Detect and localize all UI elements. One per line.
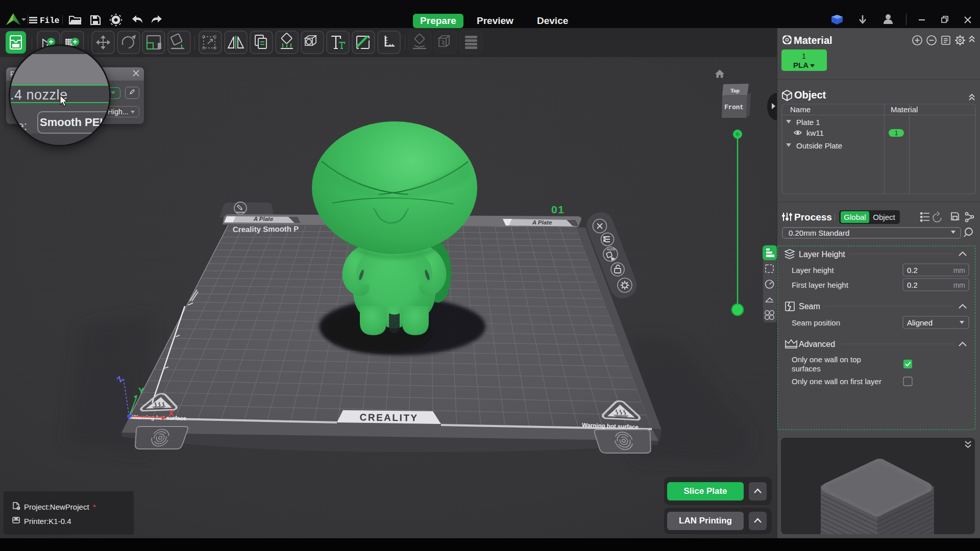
svg-text:Plate 1: Plate 1 xyxy=(796,118,820,127)
svg-text:Process: Process xyxy=(794,212,832,222)
svg-text:mm: mm xyxy=(953,266,965,274)
svg-text:Front: Front xyxy=(724,104,744,111)
svg-text:Printer:K1-0.4: Printer:K1-0.4 xyxy=(24,517,71,525)
svg-text:Aligned: Aligned xyxy=(907,318,933,327)
svg-text:File: File xyxy=(40,16,59,26)
svg-text:A Plate: A Plate xyxy=(532,219,552,226)
svg-text:Global: Global xyxy=(844,213,866,221)
svg-text:kw11: kw11 xyxy=(806,129,824,137)
svg-text:A Plate: A Plate xyxy=(253,216,274,222)
svg-text:Name: Name xyxy=(790,105,811,114)
svg-text:0.20mm Standard: 0.20mm Standard xyxy=(789,229,849,237)
svg-text:Seam position: Seam position xyxy=(792,318,840,327)
svg-text:Only one wall on first layer: Only one wall on first layer xyxy=(792,377,881,386)
svg-text:mm: mm xyxy=(953,281,965,289)
svg-text:Only one wall on top: Only one wall on top xyxy=(792,355,861,364)
svg-text:Layer Height: Layer Height xyxy=(799,250,845,259)
svg-text:Advanced: Advanced xyxy=(799,340,835,348)
svg-text:X: X xyxy=(168,409,174,418)
svg-text:Object: Object xyxy=(794,89,826,101)
svg-text:1: 1 xyxy=(895,130,898,137)
svg-text:First layer height: First layer height xyxy=(792,281,849,289)
svg-text:Outside Plate: Outside Plate xyxy=(796,141,842,150)
svg-text:Project:NewProject: Project:NewProject xyxy=(24,503,89,511)
svg-text:01: 01 xyxy=(551,204,565,215)
svg-text:Y: Y xyxy=(138,386,144,396)
svg-text:surfaces: surfaces xyxy=(792,364,821,373)
svg-text:1: 1 xyxy=(802,52,806,60)
svg-text:Seam: Seam xyxy=(799,302,820,311)
svg-text:Creality Smooth P: Creality Smooth P xyxy=(233,224,299,234)
svg-text:0.2: 0.2 xyxy=(907,281,918,289)
svg-text:Object: Object xyxy=(873,213,895,221)
svg-text:Layer height: Layer height xyxy=(792,266,834,274)
svg-text:Material: Material xyxy=(794,35,832,46)
svg-text:0.2: 0.2 xyxy=(907,266,918,274)
svg-text:*: * xyxy=(93,503,96,511)
svg-text:Material: Material xyxy=(891,105,918,114)
svg-text:PLA: PLA xyxy=(793,61,808,69)
svg-text:AUTO: AUTO xyxy=(607,248,616,251)
svg-text:Top: Top xyxy=(730,87,740,93)
svg-text:CREALITY: CREALITY xyxy=(359,412,418,423)
